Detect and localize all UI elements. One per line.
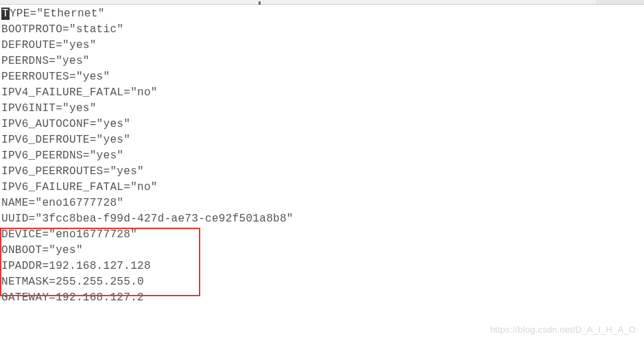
- config-line: ONBOOT="yes": [1, 243, 644, 259]
- config-line: IPV6_DEFROUTE="yes": [1, 132, 644, 148]
- config-line: NETMASK=255.255.255.0: [1, 274, 644, 290]
- config-line: PEERDNS="yes": [1, 53, 644, 69]
- config-line: IPV6INIT="yes": [1, 101, 644, 117]
- config-line: IPV6_FAILURE_FATAL="no": [1, 180, 644, 195]
- config-line: UUID="3fcc8bea-f99d-427d-ae73-ce92f501a8…: [1, 211, 644, 227]
- config-line: IPADDR=192.168.127.128: [1, 259, 644, 274]
- config-line: BOOTPROTO="static": [1, 22, 644, 38]
- editor-content[interactable]: TYPE="Ethernet" BOOTPROTO="static" DEFRO…: [0, 5, 644, 306]
- watermark-text: https://blog.csdn.net/D_A_I_H_A_O: [490, 324, 636, 335]
- config-line: DEVICE="eno16777728": [1, 227, 644, 243]
- line-text: YPE="Ethernet": [10, 8, 105, 20]
- config-line: IPV6_PEERDNS="yes": [1, 148, 644, 164]
- config-line: IPV6_AUTOCONF="yes": [1, 117, 644, 132]
- cursor: T: [1, 8, 10, 20]
- config-line: PEERROUTES="yes": [1, 69, 644, 85]
- titlebar-right-area: [596, 0, 644, 4]
- titlebar-marker: [259, 1, 261, 5]
- config-line: NAME="eno16777728": [1, 195, 644, 211]
- config-line: GATEWAY=192.168.127.2: [1, 290, 644, 306]
- config-line: IPV6_PEERROUTES="yes": [1, 164, 644, 180]
- config-line: TYPE="Ethernet": [1, 6, 644, 22]
- config-line: DEFROUTE="yes": [1, 38, 644, 53]
- config-line: IPV4_FAILURE_FATAL="no": [1, 85, 644, 101]
- window-titlebar: [0, 0, 644, 5]
